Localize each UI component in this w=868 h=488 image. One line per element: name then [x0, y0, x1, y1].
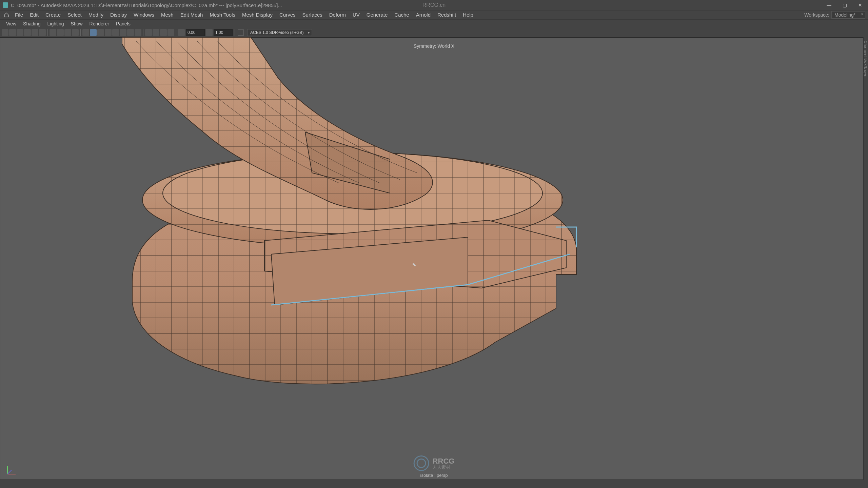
menu-help[interactable]: Help	[459, 10, 477, 20]
wireframe-icon[interactable]	[82, 29, 89, 36]
menu-edit[interactable]: Edit	[26, 10, 42, 20]
grid-icon[interactable]	[50, 29, 56, 36]
menu-edit-mesh[interactable]: Edit Mesh	[177, 10, 206, 20]
menu-windows[interactable]: Windows	[130, 10, 158, 20]
gate-mask-icon[interactable]	[39, 29, 46, 36]
shaded-icon[interactable]	[90, 29, 97, 36]
menu-cache[interactable]: Cache	[391, 10, 412, 20]
menu-display[interactable]: Display	[107, 10, 130, 20]
main-menu-bar: File Edit Create Select Modify Display W…	[0, 10, 868, 20]
close-button[interactable]: ✕	[852, 0, 868, 10]
symmetry-indicator: Symmetry: World X	[414, 43, 454, 49]
workspace-selector: Workspace: Modeling*	[804, 11, 865, 19]
panel-menu-bar: View Shading Lighting Show Renderer Pane…	[0, 20, 868, 28]
panel-toolbar: 0.00 1.00 ACES 1.0 SDR-video (sRGB)	[0, 28, 868, 37]
svg-line-4	[7, 470, 12, 474]
panel-menu-view[interactable]: View	[3, 20, 20, 28]
xray-components-icon[interactable]	[167, 29, 174, 36]
menu-deform[interactable]: Deform	[326, 10, 349, 20]
app-icon	[3, 2, 8, 8]
resolution-gate-icon[interactable]	[32, 29, 38, 36]
xray-joints-icon[interactable]	[160, 29, 167, 36]
separator	[47, 29, 48, 36]
title-center-watermark: RRCG.cn	[422, 2, 446, 8]
menu-create[interactable]: Create	[42, 10, 64, 20]
view-transform-dropdown[interactable]: ACES 1.0 SDR-video (sRGB)	[247, 29, 312, 36]
viewport-camera-label: isolate : persp	[420, 473, 448, 478]
exposure-field[interactable]: 0.00	[186, 29, 205, 36]
image-plane-icon[interactable]	[17, 29, 23, 36]
title-bar: C_02a.mb* - Autodesk MAYA 2023.1: D:\Ele…	[0, 0, 868, 10]
axis-gizmo	[5, 463, 18, 478]
menu-generate[interactable]: Generate	[363, 10, 391, 20]
home-icon[interactable]	[3, 12, 9, 18]
motion-blur-icon[interactable]	[127, 29, 134, 36]
panel-menu-renderer[interactable]: Renderer	[86, 20, 113, 28]
window-controls: — ▢ ✕	[821, 0, 868, 10]
separator	[143, 29, 143, 36]
lights-icon[interactable]	[105, 29, 112, 36]
shadows-icon[interactable]	[112, 29, 119, 36]
maximize-button[interactable]: ▢	[837, 0, 852, 10]
menu-modify[interactable]: Modify	[85, 10, 107, 20]
separator	[176, 29, 176, 36]
film-origin-icon[interactable]	[57, 29, 64, 36]
right-sidebar-collapsed[interactable]: Channel Box/Layer	[863, 37, 868, 480]
ao-icon[interactable]	[120, 29, 126, 36]
film-gate-icon[interactable]	[24, 29, 31, 36]
panel-menu-show[interactable]: Show	[67, 20, 86, 28]
color-management-toggle[interactable]	[238, 29, 244, 36]
window-title: C_02a.mb* - Autodesk MAYA 2023.1: D:\Ele…	[11, 2, 282, 8]
menu-surfaces[interactable]: Surfaces	[299, 10, 326, 20]
menu-mesh[interactable]: Mesh	[158, 10, 177, 20]
status-bar	[0, 480, 868, 488]
panel-menu-lighting[interactable]: Lighting	[44, 20, 67, 28]
anti-alias-icon[interactable]	[135, 29, 141, 36]
menu-uv[interactable]: UV	[349, 10, 363, 20]
gamma-icon[interactable]	[206, 29, 213, 36]
safe-title-icon[interactable]	[72, 29, 79, 36]
exposure-icon[interactable]	[178, 29, 185, 36]
menu-mesh-tools[interactable]: Mesh Tools	[206, 10, 239, 20]
menu-curves[interactable]: Curves	[276, 10, 299, 20]
menu-select[interactable]: Select	[64, 10, 85, 20]
bookmark-icon[interactable]	[9, 29, 16, 36]
safe-action-icon[interactable]	[64, 29, 71, 36]
isolate-select-icon[interactable]	[145, 29, 152, 36]
gamma-field[interactable]: 1.00	[214, 29, 233, 36]
separator	[235, 29, 235, 36]
panel-menu-panels[interactable]: Panels	[113, 20, 134, 28]
minimize-button[interactable]: —	[821, 0, 837, 10]
textured-icon[interactable]	[97, 29, 104, 36]
sidebar-label: Channel Box/Layer	[864, 37, 868, 78]
viewport-3d-model	[0, 37, 868, 480]
viewport[interactable]: Symmetry: World X ⬉ RRCG 人人素材 isolate : …	[0, 37, 868, 480]
separator	[80, 29, 81, 36]
panel-menu-shading[interactable]: Shading	[20, 20, 44, 28]
workspace-dropdown[interactable]: Modeling*	[831, 11, 865, 19]
select-camera-icon[interactable]	[2, 29, 8, 36]
menu-redshift[interactable]: Redshift	[434, 10, 459, 20]
menu-arnold[interactable]: Arnold	[413, 10, 434, 20]
menu-file[interactable]: File	[12, 10, 26, 20]
workspace-label: Workspace:	[804, 12, 829, 18]
xray-icon[interactable]	[153, 29, 159, 36]
menu-mesh-display[interactable]: Mesh Display	[239, 10, 276, 20]
